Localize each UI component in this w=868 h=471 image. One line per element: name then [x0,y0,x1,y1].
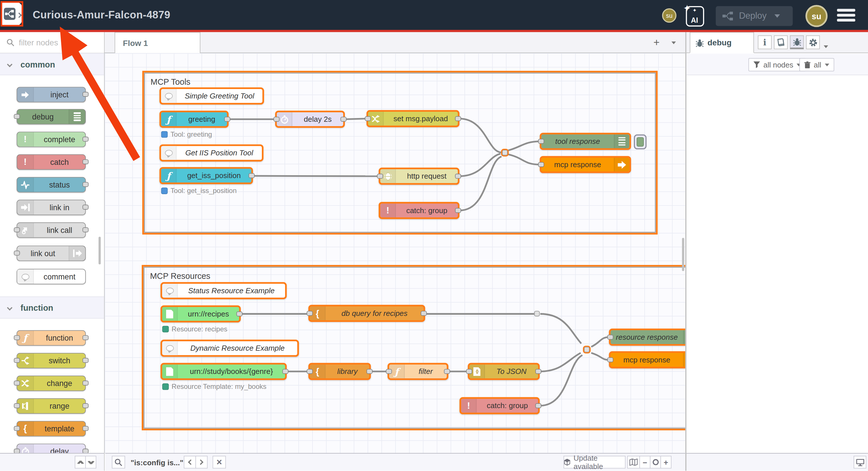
workspace-title: Curious-Amur-Falcon-4879 [33,9,170,21]
junction-db-query[interactable] [534,311,540,316]
debug-toolbar: all nodes all [686,54,868,75]
debug-enable-toggle[interactable] [634,134,646,149]
user-avatar[interactable]: su [805,5,828,27]
node-greeting[interactable]: ƒ greeting [159,110,229,128]
navigator-map-button[interactable] [627,456,640,468]
search-next-button[interactable] [195,456,208,468]
link-in-icon [17,200,34,214]
zoom-reset-button[interactable] [650,456,661,468]
catch-icon: ! [17,155,34,169]
node-tool-response[interactable]: tool response [540,133,631,150]
node-mcp-response-resources[interactable]: mcp response [609,351,685,368]
debug-tab-button[interactable] [790,35,804,49]
tab-flow-1[interactable]: Flow 1 [115,32,200,53]
tab-debug[interactable]: debug [690,32,754,53]
palette-node-range[interactable]: range [17,398,86,414]
main-menu-button[interactable] [837,9,855,22]
debug-filter-dropdown[interactable]: all nodes [748,58,806,71]
node-catch-group-resources[interactable]: ! catch: group [460,397,540,414]
palette-search-input[interactable] [19,38,91,47]
collapse-all-button[interactable] [75,456,86,468]
sidebar-options-caret[interactable] [824,40,828,51]
sidebar-footer [685,453,868,471]
workspace-tab-bar: Flow 1 + [104,32,685,53]
palette-scrollbar[interactable] [99,237,101,264]
palette-node-status[interactable]: status [17,177,86,193]
deploy-icon [722,11,734,21]
palette-search[interactable] [0,32,104,53]
link-out-icon [69,246,85,261]
search-prev-button[interactable] [184,456,196,468]
palette-node-link-call[interactable]: link call [17,222,86,238]
catch-icon: ! [380,204,396,217]
update-available-button[interactable]: Update available [564,456,626,468]
add-flow-button[interactable]: + [650,36,663,49]
palette-node-comment[interactable]: comment [17,269,86,284]
node-db-query[interactable]: { db query for recipes [308,305,425,322]
palette-node-template[interactable]: { template [17,421,86,437]
zoom-out-button[interactable]: − [640,456,651,468]
debug-clear-dropdown[interactable]: all [799,58,834,71]
palette-node-inject[interactable]: inject [17,87,86,102]
help-book-icon[interactable] [774,35,788,49]
inject-icon [17,87,34,102]
comment-bubble-icon [161,89,177,103]
junction-tools[interactable] [502,150,507,155]
node-http-request[interactable]: http request [378,168,459,185]
palette-node-change[interactable]: change [17,376,86,391]
palette-node-switch[interactable]: switch [17,353,86,368]
debug-sidebar-icon [683,330,685,344]
map-icon [629,459,638,466]
palette-node-delay[interactable]: delay [17,444,86,453]
search-close-button[interactable]: × [213,456,226,468]
node-resource-response[interactable]: resource response [609,329,685,346]
palette-category-function[interactable]: function [0,296,104,318]
node-urn-recipes[interactable]: urn://recipes [161,305,241,323]
palette-node-link-in[interactable]: link in [17,200,86,215]
deploy-options-caret[interactable] [774,14,780,18]
annotation-underline [0,30,868,32]
right-sidebar: debug i [685,32,868,453]
palette-node-debug[interactable]: debug [17,109,86,124]
node-mcp-response-tools[interactable]: mcp response [540,156,631,173]
deploy-button[interactable]: Deploy [716,6,793,26]
node-library[interactable]: { library [308,363,371,380]
user-avatar-small[interactable]: su [662,8,676,23]
search-icon [115,458,122,466]
cube-icon [564,459,570,466]
comment-bubble-icon [17,269,34,284]
sidebar-tab-bar: debug i [686,32,868,53]
canvas-footer: "is:config is..." 1 of 1 × Update availa… [105,453,685,471]
node-urn-study-books[interactable]: urn://study/books/{genre} [161,363,287,380]
node-delay-2s[interactable]: delay 2s [275,110,345,128]
node-comment-simple-greeting[interactable]: Simple Greeting Tool [159,87,264,105]
palette-category-common[interactable]: common [0,53,104,75]
node-get-iss-position[interactable]: ƒ get_iss_position [159,167,253,184]
config-gear-icon[interactable] [806,35,820,49]
palette-node-complete[interactable]: ! complete [17,132,86,147]
palette-node-link-out[interactable]: link out [17,245,86,261]
node-comment-get-iss[interactable]: Get IIS Position Tool [159,144,264,162]
node-to-json[interactable]: {} To JSON [468,363,539,380]
expand-all-button[interactable] [85,456,97,468]
zoom-in-button[interactable]: + [660,456,672,468]
node-status-greeting: Tool: greeting [161,131,212,138]
chevron-down-icon [7,62,12,67]
search-flows-button[interactable] [112,456,125,468]
complete-icon: ! [17,132,34,146]
node-catch-group-tools[interactable]: ! catch: group [378,202,459,219]
node-comment-status-resource[interactable]: Status Resource Example [161,282,287,299]
node-comment-dynamic-resource[interactable]: Dynamic Resource Example [161,340,299,357]
app-header: Curious-Amur-Falcon-4879 su ✦ ✦ AI Deplo… [0,0,868,30]
ai-assistant-icon[interactable]: ✦ ✦ AI [686,6,704,26]
node-filter[interactable]: ƒ filter [388,363,448,380]
flow-canvas[interactable]: MCP Tools MCP Resources [104,53,685,453]
node-set-msg-payload[interactable]: set msg.payload [367,110,460,127]
junction-resources[interactable] [584,347,589,352]
info-tab-button[interactable]: i [758,35,772,49]
canvas-scrollbar[interactable] [682,238,684,271]
palette-node-function[interactable]: ƒ function [17,330,86,346]
expand-sidebar-monitor-button[interactable] [854,456,866,468]
palette-node-catch[interactable]: ! catch [17,154,86,170]
flow-list-caret[interactable] [667,36,680,49]
